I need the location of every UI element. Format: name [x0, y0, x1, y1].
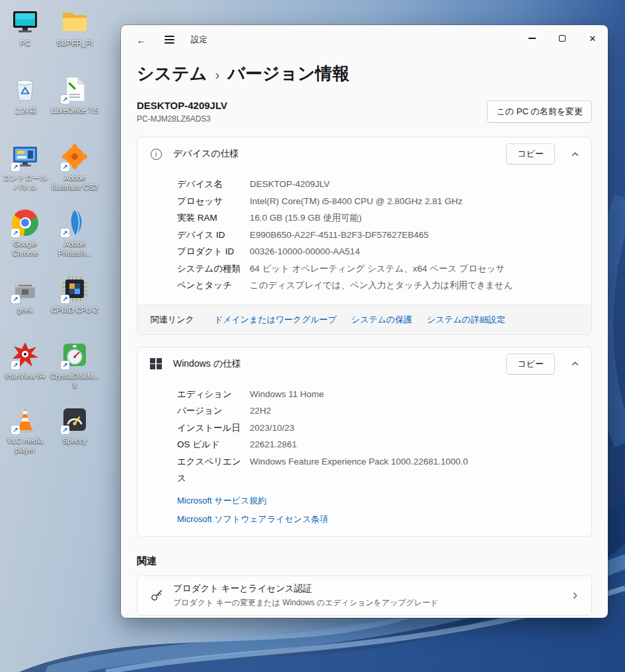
titlebar: ← 設定 ✕ — [121, 25, 608, 54]
chevron-up-icon[interactable] — [571, 359, 579, 368]
device-spec-body: デバイス名DESKTOP-4209JLV プロセッサIntel(R) Core(… — [137, 170, 591, 305]
link-domain-workgroup[interactable]: ドメインまたはワークグループ — [214, 314, 337, 326]
spec-label: 実装 RAM — [177, 209, 250, 227]
device-spec-expander[interactable]: i デバイスの仕様 コピー — [137, 137, 591, 170]
activation-title: プロダクト キーとライセンス認証 — [173, 583, 571, 595]
desktop-icon-label: Adobe Photosh... — [50, 239, 100, 258]
shortcut-arrow-icon: ↗ — [11, 426, 20, 434]
desktop-icon-vlc[interactable]: ↗ VLC media player — [0, 404, 50, 455]
back-button[interactable]: ← — [130, 29, 153, 50]
crystaldiskmark-icon: ↗ — [59, 340, 90, 370]
spec-row: 実装 RAM16.0 GB (15.9 GB 使用可能) — [177, 209, 591, 227]
desktop-icon-pc[interactable]: PC — [0, 7, 50, 48]
spec-label: インストール日 — [177, 420, 250, 437]
desktop-icon-label: Speccy — [63, 436, 87, 445]
maximize-icon — [559, 35, 566, 42]
spec-row: エディションWindows 11 Home — [177, 386, 591, 403]
copy-device-spec-button[interactable]: コピー — [506, 143, 555, 165]
spec-value: 2023/10/23 — [250, 420, 295, 437]
link-advanced-system-settings[interactable]: システムの詳細設定 — [427, 314, 505, 326]
desktop-icon-chrome[interactable]: ↗ Google Chrome — [0, 207, 50, 258]
desktop-icon-irfanview[interactable]: ↗ IrfanView 64 — [0, 340, 50, 381]
shortcut-arrow-icon: ↗ — [11, 361, 20, 369]
libreoffice-document-icon: ↗ — [59, 74, 90, 104]
minimize-button[interactable] — [517, 25, 547, 52]
spec-label: ペンとタッチ — [177, 277, 250, 294]
spec-row: プロセッサIntel(R) Core(TM) i5-8400 CPU @ 2.8… — [177, 193, 591, 210]
link-system-protection[interactable]: システムの保護 — [351, 314, 413, 326]
link-ms-software-license[interactable]: Microsoft ソフトウェアライセンス条項 — [177, 513, 591, 525]
windows-spec-body: エディションWindows 11 Home バージョン22H2 インストール日2… — [137, 381, 591, 536]
maximize-button[interactable] — [547, 25, 577, 52]
desktop-icon-cpuz[interactable]: ↗ CPUID CPU-Z — [50, 274, 100, 315]
spec-value: このディスプレイでは、ペン入力とタッチ入力は利用できません — [250, 277, 513, 294]
caption-controls: ✕ — [517, 25, 608, 52]
desktop-icon-label: IrfanView 64 — [5, 371, 46, 381]
desktop-icon-speccy[interactable]: ↗ Speccy — [50, 404, 100, 445]
related-section-title: 関連 — [137, 555, 592, 568]
spec-row: プロダクト ID00326-10000-00000-AA514 — [177, 243, 591, 260]
about-page-content: DESKTOP-4209JLV PC-MJM28LZ6ADS3 この PC の名… — [121, 88, 608, 618]
shortcut-arrow-icon: ↗ — [11, 163, 20, 171]
minimize-icon — [529, 38, 536, 38]
spec-row: システムの種類64 ビット オペレーティング システム、x64 ベース プロセッ… — [177, 260, 591, 278]
link-ms-services-agreement[interactable]: Microsoft サービス規約 — [177, 495, 591, 507]
desktop-icon-super-pi[interactable]: SUPER_PI — [50, 7, 100, 48]
recycle-bin-icon — [10, 74, 40, 104]
desktop-icon-label: コントロールパネル — [0, 173, 50, 192]
windows-spec-card: Windows の仕様 コピー エディションWindows 11 Home バー… — [137, 347, 592, 537]
desktop-icon-illustrator[interactable]: ↗ Adobe Illustrator CS2 — [50, 141, 100, 192]
shortcut-arrow-icon: ↗ — [61, 295, 69, 303]
hamburger-icon — [165, 36, 174, 44]
desktop-icon-recycle-bin[interactable]: ごみ箱 — [0, 74, 50, 115]
spec-label: エディション — [177, 386, 250, 403]
desktop-icon-crystaldiskmark[interactable]: ↗ CrystalDiskM...8 — [50, 340, 100, 391]
spec-value: Intel(R) Core(TM) i5-8400 CPU @ 2.80GHz … — [250, 193, 462, 210]
shortcut-arrow-icon: ↗ — [11, 295, 20, 303]
desktop-icon-label: Adobe Illustrator CS2 — [50, 173, 100, 192]
spec-row: インストール日2023/10/23 — [177, 420, 591, 437]
activation-text: プロダクト キーとライセンス認証 プロダクト キーの変更または Windows … — [173, 583, 571, 609]
menu-button[interactable] — [158, 29, 180, 50]
microsoft-links: Microsoft サービス規約 Microsoft ソフトウェアライセンス条項 — [177, 495, 591, 525]
geek-box-icon: ↗ — [10, 274, 40, 304]
device-name: DESKTOP-4209JLV — [137, 100, 227, 111]
desktop-icon-photoshop[interactable]: ↗ Adobe Photosh... — [50, 207, 100, 258]
speccy-gauge-icon: ↗ — [59, 404, 90, 435]
settings-window: ← 設定 ✕ システム › バージョン情報 DESKTOP-4209JLV PC… — [121, 25, 608, 618]
desktop-icon-label: ごみ箱 — [14, 106, 36, 115]
spec-label: エクスペリエンス — [177, 453, 250, 487]
chevron-right-icon: › — [215, 65, 219, 83]
rename-pc-button[interactable]: この PC の名前を変更 — [487, 100, 592, 123]
spec-row: デバイス IDE990B650-A22F-4511-B2F3-DF57627EB… — [177, 227, 591, 244]
desktop-icon-label: CrystalDiskM...8 — [50, 371, 100, 391]
desktop-icon-label: CPUID CPU-Z — [52, 305, 98, 315]
shortcut-arrow-icon: ↗ — [61, 95, 69, 104]
control-panel-icon: ↗ — [10, 141, 40, 172]
windows-spec-expander[interactable]: Windows の仕様 コピー — [137, 348, 591, 381]
chevron-up-icon[interactable] — [571, 150, 579, 159]
irfanview-icon: ↗ — [10, 340, 40, 370]
desktop-icon-geek[interactable]: ↗ geek — [0, 274, 50, 315]
spec-value: 16.0 GB (15.9 GB 使用可能) — [250, 209, 362, 227]
illustrator-flower-icon: ↗ — [59, 141, 90, 172]
vlc-cone-icon: ↗ — [10, 404, 40, 435]
device-model: PC-MJM28LZ6ADS3 — [137, 114, 227, 124]
close-button[interactable]: ✕ — [577, 25, 608, 52]
activation-row[interactable]: プロダクト キーとライセンス認証 プロダクト キーの変更または Windows … — [137, 576, 591, 615]
spec-value: 00326-10000-00000-AA514 — [250, 243, 360, 260]
spec-row: デバイス名DESKTOP-4209JLV — [177, 176, 591, 193]
chrome-icon: ↗ — [10, 207, 40, 238]
desktop-icon-libreoffice[interactable]: ↗ LibreOffice 7.5 — [50, 74, 100, 115]
device-spec-title: デバイスの仕様 — [173, 148, 506, 160]
photoshop-feather-icon: ↗ — [59, 207, 90, 238]
activation-card: プロダクト キーとライセンス認証 プロダクト キーの変更または Windows … — [137, 576, 592, 616]
spec-row: バージョン22H2 — [177, 402, 591, 420]
copy-windows-spec-button[interactable]: コピー — [506, 354, 555, 375]
desktop-icon-label: VLC media player — [0, 436, 50, 455]
desktop-icon-control-panel[interactable]: ↗ コントロールパネル — [0, 141, 50, 192]
info-icon: i — [151, 149, 162, 160]
desktop-icon-label: PC — [20, 38, 30, 48]
breadcrumb-system[interactable]: システム — [137, 62, 207, 85]
desktop-icon-label: SUPER_PI — [57, 38, 92, 48]
